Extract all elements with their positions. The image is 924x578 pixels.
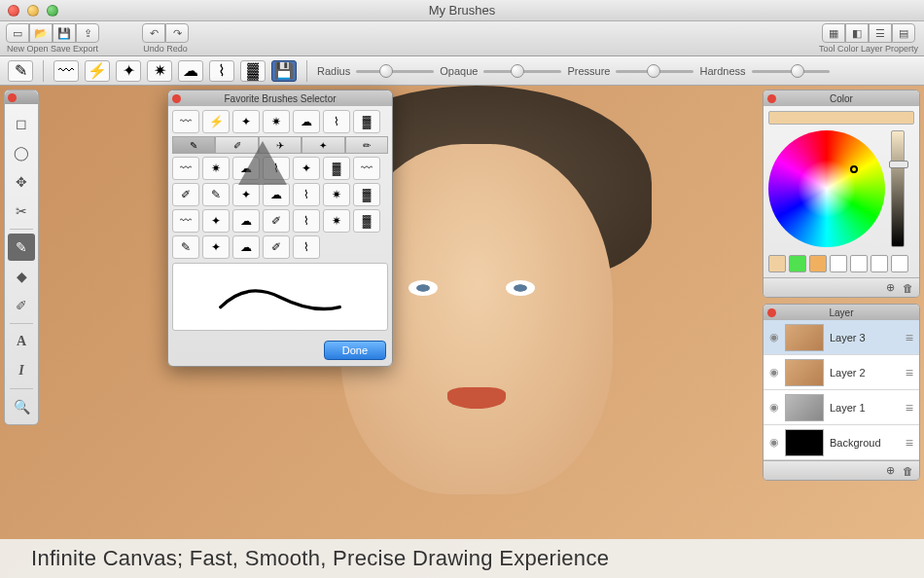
- brush-opt[interactable]: ☁: [232, 235, 260, 259]
- pressure-slider[interactable]: [616, 64, 693, 78]
- main-toolbar: ▭ 📂 💾 ⇪ New Open Save Export ↶ ↷ Undo Re…: [0, 21, 924, 56]
- tool-panel-toggle[interactable]: ▦: [822, 23, 845, 43]
- brush-opt[interactable]: ⌇: [263, 157, 290, 180]
- brush-opt[interactable]: 〰: [353, 157, 380, 180]
- brush-tab-effect[interactable]: ✦: [302, 136, 344, 154]
- add-layer-icon[interactable]: ⊕: [886, 464, 895, 477]
- color-wheel[interactable]: [768, 130, 885, 247]
- fav-brush-5[interactable]: ☁: [293, 110, 320, 133]
- visibility-icon[interactable]: ◉: [769, 401, 779, 414]
- visibility-icon[interactable]: ◉: [769, 366, 779, 379]
- open-button[interactable]: 📂: [29, 23, 53, 43]
- eyedropper-tool[interactable]: ✐: [8, 292, 35, 319]
- brush-tool[interactable]: ✎: [8, 234, 35, 261]
- save-button[interactable]: 💾: [53, 23, 76, 43]
- layer-row-3[interactable]: ◉ Layer 3 ≡: [764, 320, 919, 355]
- swatch-2[interactable]: [789, 255, 806, 272]
- new-button[interactable]: ▭: [6, 23, 29, 43]
- brush-opt[interactable]: ⌇: [293, 183, 320, 206]
- brush-preset-3[interactable]: ✦: [116, 60, 141, 82]
- brightness-slider[interactable]: [891, 130, 905, 247]
- fav-brush-4[interactable]: ✷: [263, 110, 290, 133]
- text-tool[interactable]: A: [8, 328, 35, 355]
- fav-brush-1[interactable]: 〰: [172, 110, 199, 133]
- brush-tab-marker[interactable]: ✐: [215, 136, 258, 154]
- brush-tab-pen[interactable]: ✎: [172, 136, 215, 154]
- brush-opt[interactable]: ▓: [353, 209, 380, 233]
- left-panel-close[interactable]: [8, 93, 17, 102]
- fav-brush-3[interactable]: ✦: [232, 110, 260, 133]
- layer-row-bg[interactable]: ◉ Backgroud ≡: [764, 425, 919, 460]
- marquee-tool[interactable]: ◻: [8, 110, 35, 137]
- brush-opt[interactable]: ✦: [293, 157, 320, 180]
- brush-opt[interactable]: ✦: [202, 209, 230, 233]
- color-panel-toggle[interactable]: ◧: [845, 23, 869, 43]
- fav-brush-7[interactable]: ▓: [353, 110, 380, 133]
- brush-preset-save[interactable]: 💾: [271, 60, 297, 82]
- radius-slider[interactable]: [356, 64, 434, 78]
- layer-menu-icon[interactable]: ≡: [906, 400, 913, 415]
- brush-preset-2[interactable]: ⚡: [85, 60, 110, 82]
- brush-opt[interactable]: ✎: [202, 183, 230, 206]
- swatch-6[interactable]: [871, 255, 888, 272]
- crop-tool[interactable]: ✂: [8, 198, 35, 225]
- brush-opt[interactable]: ✐: [263, 209, 290, 233]
- brush-opt[interactable]: ✦: [202, 235, 230, 259]
- layer-row-2[interactable]: ◉ Layer 2 ≡: [764, 355, 919, 390]
- swatch-7[interactable]: [891, 255, 908, 272]
- redo-button[interactable]: ↷: [165, 23, 189, 43]
- brush-opt[interactable]: ✎: [172, 235, 199, 259]
- brush-opt[interactable]: ✐: [172, 183, 199, 206]
- brush-opt[interactable]: ✷: [202, 157, 230, 180]
- brush-opt[interactable]: ✦: [232, 183, 260, 206]
- brush-tab-airbrush[interactable]: ✈: [259, 136, 302, 154]
- brush-opt[interactable]: ⌇: [293, 209, 320, 233]
- brush-opt[interactable]: ✷: [323, 183, 350, 206]
- fav-brush-6[interactable]: ⌇: [323, 110, 350, 133]
- swatch-3[interactable]: [809, 255, 827, 272]
- opaque-slider[interactable]: [483, 64, 561, 78]
- brush-opt[interactable]: ▓: [353, 183, 380, 206]
- brush-preset-1[interactable]: 〰: [53, 60, 79, 82]
- visibility-icon[interactable]: ◉: [769, 331, 779, 343]
- export-button[interactable]: ⇪: [76, 23, 99, 43]
- brush-opt[interactable]: ☁: [232, 209, 260, 233]
- hardness-slider[interactable]: [752, 64, 830, 78]
- undo-button[interactable]: ↶: [142, 23, 165, 43]
- swatch-1[interactable]: [768, 255, 786, 272]
- swatch-5[interactable]: [850, 255, 868, 272]
- layer-panel: Layer ◉ Layer 3 ≡ ◉ Layer 2 ≡ ◉ Layer 1 …: [763, 304, 920, 481]
- brush-opt[interactable]: 〰: [172, 209, 199, 233]
- move-tool[interactable]: ✥: [8, 168, 35, 196]
- done-button[interactable]: Done: [324, 341, 386, 360]
- layer-menu-icon[interactable]: ≡: [906, 435, 913, 451]
- brush-tab-pencil[interactable]: ✏: [345, 136, 388, 154]
- eraser-tool[interactable]: ◆: [8, 263, 35, 290]
- brush-opt[interactable]: ▓: [323, 157, 350, 180]
- brush-opt[interactable]: ☁: [232, 157, 260, 180]
- delete-layer-icon[interactable]: 🗑: [903, 465, 913, 477]
- layer-menu-icon[interactable]: ≡: [906, 365, 913, 380]
- fav-brush-2[interactable]: ⚡: [202, 110, 230, 133]
- swatch-4[interactable]: [830, 255, 847, 272]
- layer-row-1[interactable]: ◉ Layer 1 ≡: [764, 390, 919, 425]
- layer-panel-toggle[interactable]: ☰: [869, 23, 892, 43]
- lasso-tool[interactable]: ◯: [8, 139, 35, 166]
- brush-opt[interactable]: ⌇: [293, 235, 320, 259]
- current-color-bar[interactable]: [768, 111, 914, 125]
- brush-opt[interactable]: 〰: [172, 157, 199, 180]
- brush-opt[interactable]: ✷: [323, 209, 350, 233]
- brush-preset-4[interactable]: ✷: [147, 60, 172, 82]
- brush-preset-5[interactable]: ☁: [178, 60, 203, 82]
- add-swatch-icon[interactable]: ⊕: [886, 281, 895, 294]
- brush-preset-6[interactable]: ⌇: [209, 60, 234, 82]
- layer-menu-icon[interactable]: ≡: [906, 330, 913, 345]
- property-panel-toggle[interactable]: ▤: [892, 23, 915, 43]
- zoom-tool[interactable]: 🔍: [8, 393, 35, 420]
- brush-preset-7[interactable]: ▓: [240, 60, 266, 82]
- visibility-icon[interactable]: ◉: [769, 436, 779, 449]
- brush-opt[interactable]: ✐: [263, 235, 290, 259]
- text-italic-tool[interactable]: I: [8, 357, 35, 384]
- brush-opt[interactable]: ☁: [263, 183, 290, 206]
- delete-swatch-icon[interactable]: 🗑: [903, 282, 913, 294]
